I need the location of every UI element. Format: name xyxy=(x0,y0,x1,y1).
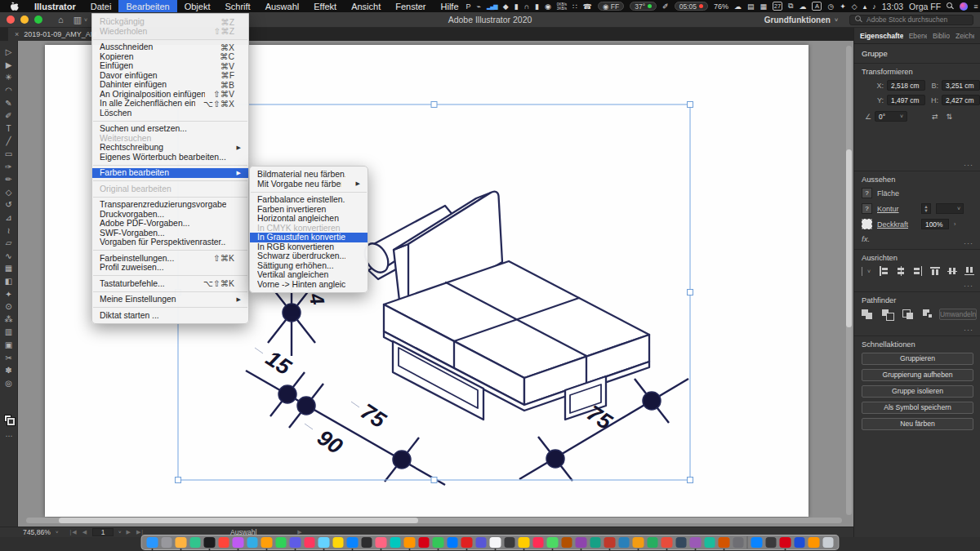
pathfinder-intersect-icon[interactable] xyxy=(902,309,914,320)
first-artboard-icon[interactable]: |◀ xyxy=(69,529,77,535)
dock-icon[interactable] xyxy=(347,537,359,549)
status-icon[interactable]: 76% xyxy=(714,2,728,11)
dock-icon[interactable] xyxy=(576,537,587,549)
align-top-icon[interactable] xyxy=(930,266,940,276)
fx-icon[interactable]: fx. xyxy=(862,234,870,243)
status-icon[interactable]: ✦ xyxy=(840,2,846,11)
stroke-swatch[interactable]: ? xyxy=(862,203,872,214)
dock-icon[interactable] xyxy=(690,537,702,549)
dock-icon[interactable] xyxy=(618,537,630,549)
fill-swatch[interactable]: ? xyxy=(862,188,872,198)
status-icon[interactable]: Orga FF xyxy=(909,2,941,11)
dock-icon[interactable] xyxy=(751,537,763,549)
dock-icon[interactable] xyxy=(218,537,229,549)
dock-icon[interactable] xyxy=(418,537,430,549)
flip-vertical-icon[interactable]: ⇅ xyxy=(947,113,953,121)
edit-menu-item[interactable]: Wiederholen ⇧⌘Z xyxy=(92,27,248,37)
curvature-tool[interactable]: ✐ xyxy=(0,109,17,122)
edit-menu-item[interactable] xyxy=(93,39,247,40)
edit-menu-item[interactable]: Meine Einstellungen ▶ xyxy=(92,295,248,304)
status-icon[interactable]: ⌁ xyxy=(477,2,481,11)
edit-menu-item[interactable]: Weitersuchen xyxy=(92,134,248,144)
shaper-tool[interactable]: ✏ xyxy=(0,173,17,186)
rotation-field[interactable]: 0°˅ xyxy=(875,111,907,122)
status-icon[interactable]: 05:05 xyxy=(675,2,708,11)
dock-icon[interactable] xyxy=(461,537,473,549)
menubar-item[interactable]: Fenster xyxy=(388,0,433,12)
submenu-item[interactable]: Bildmaterial neu färben... xyxy=(250,170,368,180)
align-more-options[interactable]: ··· xyxy=(964,282,973,290)
flip-horizontal-icon[interactable]: ⇄ xyxy=(932,113,938,121)
edit-menu-item[interactable]: Transparenzreduzierungsvorgaben... xyxy=(92,200,248,210)
status-icon[interactable]: ▮ xyxy=(514,2,519,11)
status-icon[interactable]: ▂▄▆ xyxy=(487,3,497,10)
fill-stroke-swatch[interactable] xyxy=(4,415,15,425)
stroke-weight-stepper[interactable]: ▲▼ xyxy=(921,203,931,214)
align-right-icon[interactable] xyxy=(913,266,923,276)
scale-tool[interactable]: ⊿ xyxy=(0,211,17,224)
dock-icon[interactable] xyxy=(808,537,820,549)
menubar-item[interactable]: Hilfe xyxy=(434,0,466,12)
edit-menu-item[interactable] xyxy=(93,197,247,198)
status-icon[interactable]: ◆ xyxy=(503,2,509,11)
align-bottom-icon[interactable] xyxy=(964,266,974,276)
home-icon[interactable]: ⌂ xyxy=(58,15,64,24)
dock-icon[interactable] xyxy=(304,537,315,549)
line-segment-tool[interactable]: ╱ xyxy=(0,135,17,148)
status-icon[interactable]: ▴ xyxy=(863,2,867,11)
hand-tool[interactable]: ✽ xyxy=(0,364,17,377)
status-icon[interactable] xyxy=(960,2,968,11)
edit-menu-item[interactable]: Löschen xyxy=(92,109,248,118)
pathfinder-minus-front-icon[interactable] xyxy=(882,309,893,320)
status-icon[interactable]: ♪ xyxy=(872,2,876,11)
toolbar-more-icon[interactable]: ⋯ xyxy=(6,432,13,440)
align-center-vertical-icon[interactable] xyxy=(947,266,957,276)
edit-menu-item[interactable] xyxy=(93,121,247,122)
status-icon[interactable]: A xyxy=(812,2,822,11)
menubar-item[interactable]: Auswahl xyxy=(258,0,307,12)
status-icon[interactable]: ✐ xyxy=(662,2,669,11)
status-icon[interactable]: ∷ xyxy=(572,2,577,11)
status-icon[interactable]: ⧉ xyxy=(788,2,793,11)
dock-icon[interactable] xyxy=(433,537,444,549)
menubar-item[interactable]: Objekt xyxy=(177,0,218,12)
edit-menu-item[interactable]: SWF-Vorgaben... xyxy=(92,229,248,238)
horizontal-scrollbar[interactable] xyxy=(26,518,842,523)
dock-icon[interactable] xyxy=(504,537,515,549)
align-center-horizontal-icon[interactable] xyxy=(896,266,906,276)
stroke-unit-dropdown[interactable]: ˅ xyxy=(936,203,964,214)
width-tool[interactable]: ≀ xyxy=(0,224,17,237)
status-icon[interactable]: ▮ xyxy=(535,2,539,11)
dock-icon[interactable] xyxy=(633,537,644,549)
dock-icon[interactable] xyxy=(662,537,673,549)
edit-menu-item[interactable]: In alle Zeichenflächen einfügen ⌥⇧⌘X xyxy=(92,99,248,109)
edit-menu-item[interactable] xyxy=(93,291,247,292)
minimize-window-button[interactable] xyxy=(20,16,29,24)
appearance-more-options[interactable]: ··· xyxy=(964,239,973,247)
slice-tool[interactable]: ✂ xyxy=(0,351,17,364)
zoom-level[interactable]: 745,86% xyxy=(23,528,51,536)
width-field[interactable]: 3,251 cm xyxy=(942,80,980,91)
submenu-item[interactable]: Vertikal angleichen xyxy=(250,270,368,280)
dock-icon[interactable] xyxy=(290,537,301,549)
submenu-item[interactable]: In Graustufen konvertieren xyxy=(250,233,368,242)
edit-menu-item[interactable]: Farbeinstellungen... ⇧⌘K xyxy=(92,254,248,264)
panel-tab[interactable]: Zeiche xyxy=(956,32,974,40)
blend-tool[interactable]: ⊙ xyxy=(0,300,17,313)
menubar-item[interactable]: Datei xyxy=(83,0,119,12)
panel-tab[interactable]: Ebene xyxy=(909,32,927,40)
dock-icon[interactable] xyxy=(275,537,287,549)
status-icon[interactable]: ◇ xyxy=(852,2,858,11)
align-to-icon[interactable] xyxy=(862,267,862,276)
quick-action-button[interactable]: Gruppe isolieren xyxy=(862,385,973,398)
dock-icon[interactable] xyxy=(561,537,572,549)
edit-menu-item[interactable]: Profil zuweisen... xyxy=(92,263,248,273)
gradient-tool[interactable]: ◧ xyxy=(0,275,17,288)
quick-action-button[interactable]: Neu färben xyxy=(862,418,973,430)
submenu-item[interactable]: Horizontal angleichen xyxy=(250,214,368,224)
submenu-item[interactable]: Farbbalance einstellen... xyxy=(250,195,368,205)
status-icon[interactable]: ∩ xyxy=(524,2,529,11)
edit-menu-item[interactable]: Rechtschreibung ▶ xyxy=(92,143,248,153)
dock-icon[interactable] xyxy=(647,537,658,549)
y-position-field[interactable]: 1,497 cm xyxy=(887,95,925,105)
